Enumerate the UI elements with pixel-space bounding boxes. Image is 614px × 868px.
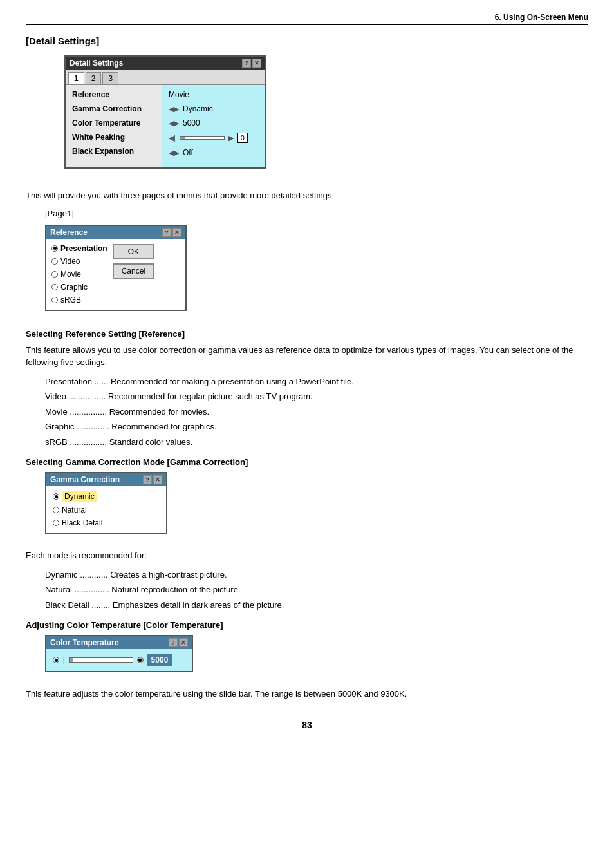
- reference-value: Movie: [169, 90, 189, 99]
- arrow-white-peaking: ◀|: [169, 134, 176, 142]
- radio-circle-video: [51, 258, 58, 265]
- list-natural: Natural ............... Natural reproduc…: [45, 583, 588, 596]
- gamma-titlebar-icons: ? ✕: [143, 475, 162, 484]
- gamma-heading: Selecting Gamma Correction Mode [Gamma C…: [26, 457, 588, 467]
- coltemp-text: This feature adjusts the color temperatu…: [26, 688, 588, 701]
- left-arrow-coltemp-bar: |: [63, 657, 65, 664]
- label-reference: Reference: [72, 90, 156, 99]
- radio-black-detail[interactable]: Black Detail: [53, 518, 160, 527]
- coltemp-thumb: [137, 657, 144, 663]
- coltemp-help-icon[interactable]: ?: [169, 638, 178, 647]
- detail-settings-dialog: Detail Settings ? ✕ 1 2 3 Reference Gamm…: [64, 55, 266, 169]
- radio-label-presentation: Presentation: [60, 244, 107, 253]
- list-black-detail-label: Black Detail ........ Emphasizes detail …: [45, 600, 284, 610]
- radio-label-dynamic: Dynamic: [62, 491, 97, 502]
- coltemp-slider[interactable]: [69, 657, 133, 663]
- radio-dot-dynamic: [55, 495, 58, 498]
- radio-video[interactable]: Video: [51, 257, 107, 266]
- list-dynamic-label: Dynamic ............ Creates a high-cont…: [45, 570, 227, 580]
- value-row-reference: Movie: [169, 90, 259, 99]
- titlebar-icons: ? ✕: [242, 59, 261, 68]
- help-icon[interactable]: ?: [242, 59, 251, 68]
- radio-presentation[interactable]: Presentation: [51, 244, 107, 253]
- ok-button[interactable]: OK: [113, 244, 154, 259]
- radio-dot: [53, 247, 57, 250]
- radio-circle-black-detail: [53, 520, 59, 526]
- value-row-gamma: ◀▶ Dynamic: [169, 104, 259, 113]
- radio-label-graphic: Graphic: [60, 283, 88, 292]
- close-icon[interactable]: ✕: [252, 59, 261, 68]
- value-row-color-temp: ◀▶ 5000: [169, 118, 259, 127]
- radio-natural[interactable]: Natural: [53, 505, 160, 514]
- arrow-black-expansion: ◀▶: [169, 149, 179, 157]
- radio-label-movie: Movie: [60, 270, 81, 279]
- reference-dialog-title: Reference: [50, 228, 88, 237]
- list-movie-label: Movie ................ Recommended for m…: [45, 407, 209, 417]
- left-arrow-gamma: ◀▶: [169, 105, 179, 113]
- list-srgb-label: sRGB ................ Standard color val…: [45, 437, 192, 447]
- cancel-button[interactable]: Cancel: [113, 263, 154, 279]
- coltemp-value-text: 5000: [183, 118, 200, 127]
- gamma-value: Dynamic: [183, 104, 213, 113]
- radio-label-video: Video: [60, 257, 80, 266]
- value-row-black-expansion: ◀▶ Off: [169, 148, 259, 157]
- section-title: [Detail Settings]: [26, 35, 588, 46]
- selecting-reference-heading: Selecting Reference Setting [Reference]: [26, 329, 588, 339]
- coltemp-titlebar-icons: ? ✕: [169, 638, 188, 647]
- page-number: 83: [26, 720, 588, 730]
- ref-help-icon[interactable]: ?: [162, 228, 171, 237]
- gamma-dialog-title: Gamma Correction: [50, 475, 120, 484]
- gamma-titlebar: Gamma Correction ? ✕: [46, 473, 166, 486]
- dialog-labels: Reference Gamma Correction Color Tempera…: [66, 85, 162, 167]
- gamma-dialog: Gamma Correction ? ✕ Dynamic Natural Bla…: [45, 472, 167, 534]
- slider-fill: [180, 137, 185, 139]
- coltemp-slider-fill: [70, 658, 73, 662]
- dialog-content: Reference Gamma Correction Color Tempera…: [66, 85, 265, 167]
- ref-titlebar-icons: ? ✕: [162, 228, 181, 237]
- coltemp-radio-dot: [55, 659, 58, 662]
- list-presentation: Presentation ...... Recommended for maki…: [45, 375, 588, 388]
- list-graphic-label: Graphic .............. Recommended for g…: [45, 422, 217, 431]
- radio-dynamic[interactable]: Dynamic: [53, 491, 160, 502]
- radio-movie[interactable]: Movie: [51, 270, 107, 279]
- dialog-tabs: 1 2 3: [66, 70, 265, 85]
- reference-options: Presentation Video Movie Graphic sRGB: [51, 244, 107, 305]
- label-color-temp: Color Temperature: [72, 118, 156, 127]
- coltemp-radio: [53, 657, 59, 663]
- coltemp-heading: Adjusting Color Temperature [Color Tempe…: [26, 620, 588, 630]
- radio-label-natural: Natural: [62, 505, 87, 514]
- black-expansion-value: Off: [183, 148, 193, 157]
- list-srgb: sRGB ................ Standard color val…: [45, 436, 588, 449]
- list-video-label: Video ................ Recommended for r…: [45, 392, 313, 401]
- list-natural-label: Natural ............... Natural reproduc…: [45, 585, 240, 594]
- list-video: Video ................ Recommended for r…: [45, 390, 588, 403]
- white-peaking-value: 0: [237, 133, 248, 143]
- reference-titlebar: Reference ? ✕: [46, 226, 185, 239]
- tab-3[interactable]: 3: [102, 72, 118, 84]
- coltemp-titlebar: Color Temperature ? ✕: [46, 636, 192, 649]
- gamma-help-icon[interactable]: ?: [143, 475, 152, 484]
- coltemp-dialog: Color Temperature ? ✕ | 5000: [45, 635, 193, 672]
- detail-settings-titlebar: Detail Settings ? ✕: [66, 57, 265, 70]
- list-movie: Movie ................ Recommended for m…: [45, 406, 588, 419]
- gamma-close-icon[interactable]: ✕: [153, 475, 162, 484]
- list-dynamic: Dynamic ............ Creates a high-cont…: [45, 569, 588, 581]
- label-white-peaking: White Peaking: [72, 133, 156, 142]
- reference-buttons: OK Cancel: [113, 244, 154, 305]
- ref-close-icon[interactable]: ✕: [172, 228, 181, 237]
- coltemp-close-icon[interactable]: ✕: [179, 638, 188, 647]
- radio-circle-presentation: [51, 245, 58, 252]
- radio-srgb[interactable]: sRGB: [51, 296, 107, 305]
- tab-2[interactable]: 2: [86, 72, 102, 84]
- radio-graphic[interactable]: Graphic: [51, 283, 107, 292]
- selecting-reference-text: This feature allows you to use color cor…: [26, 344, 588, 369]
- tab-1[interactable]: 1: [68, 72, 84, 84]
- coltemp-thumb-dot: [138, 659, 142, 662]
- reference-content: Presentation Video Movie Graphic sRGB: [46, 239, 185, 310]
- detail-settings-title: Detail Settings: [70, 59, 123, 68]
- white-peaking-slider[interactable]: [180, 136, 225, 140]
- radio-circle-srgb: [51, 297, 58, 303]
- label-black-expansion: Black Expansion: [72, 147, 156, 156]
- right-arrow-white: ▶: [228, 134, 234, 142]
- gamma-content: Dynamic Natural Black Detail: [46, 486, 166, 533]
